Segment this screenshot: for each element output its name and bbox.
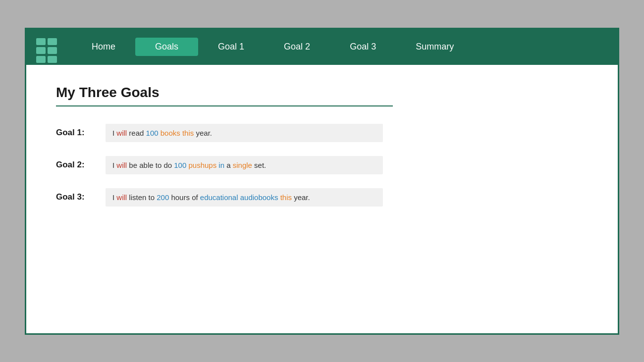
goal2-word-will: will	[116, 161, 129, 169]
main-content: My Three Goals Goal 1: I will read 100 b…	[26, 65, 618, 333]
goal3-word-hours: hours	[171, 193, 192, 202]
goal-1-label: Goal 1:	[56, 128, 106, 138]
goal-3-row: Goal 3: I will listen to 200 hours of ed…	[56, 188, 588, 207]
logo-cell-2	[48, 38, 57, 45]
goal3-word-listen: listen to	[129, 193, 157, 202]
logo-cell-5	[36, 56, 46, 63]
goal-2-row: Goal 2: I will be able to do 100 pushups…	[56, 156, 588, 174]
goal3-word-year: year.	[294, 193, 310, 202]
title-divider	[56, 105, 393, 106]
goal3-word-of: of	[192, 193, 200, 202]
goal-3-display[interactable]: I will listen to 200 hours of educationa…	[106, 188, 383, 207]
app-container: Home Goals Goal 1 Goal 2 Goal 3 Summary …	[25, 28, 619, 335]
goal2-word-100: 100	[174, 161, 188, 169]
goal-3-label: Goal 3:	[56, 192, 106, 202]
goal2-word-set: set.	[254, 161, 266, 169]
goal2-word-in: in	[218, 161, 226, 169]
page-title: My Three Goals	[56, 85, 588, 101]
goal-1-row: Goal 1: I will read 100 books this year.	[56, 124, 588, 142]
goal1-word-books: books	[161, 129, 182, 137]
goal2-word-single: single	[233, 161, 254, 169]
goal1-word-read: read	[129, 129, 146, 137]
navbar: Home Goals Goal 1 Goal 2 Goal 3 Summary	[26, 29, 618, 65]
logo-cell-6	[48, 56, 57, 63]
goal3-word-audiobooks: audiobooks	[240, 193, 280, 202]
goal-1-display[interactable]: I will read 100 books this year.	[106, 124, 383, 142]
logo-cell-3	[36, 47, 46, 54]
goal3-word-educational: educational	[200, 193, 240, 202]
nav-goal1[interactable]: Goal 1	[198, 38, 264, 56]
logo-cell-1	[36, 38, 46, 45]
goal1-word-year: year.	[196, 129, 212, 137]
nav-goal2[interactable]: Goal 2	[264, 38, 330, 56]
goal-2-label: Goal 2:	[56, 160, 106, 170]
goal1-word-will: will	[116, 129, 129, 137]
nav-goals[interactable]: Goals	[135, 38, 198, 56]
goal3-word-200: 200	[157, 193, 171, 202]
nav-goal3[interactable]: Goal 3	[330, 38, 396, 56]
goal3-word-this: this	[280, 193, 294, 202]
goal1-word-this: this	[182, 129, 196, 137]
nav-home[interactable]: Home	[72, 38, 135, 56]
goal2-word-be: be able to do	[129, 161, 174, 169]
nav-summary[interactable]: Summary	[396, 38, 474, 56]
goal1-word-100: 100	[146, 129, 161, 137]
logo-cell-4	[48, 47, 57, 54]
goal2-word-a: a	[226, 161, 233, 169]
goal-2-display[interactable]: I will be able to do 100 pushups in a si…	[106, 156, 383, 174]
app-logo	[36, 38, 57, 56]
goal2-word-pushups: pushups	[188, 161, 218, 169]
goal3-word-will: will	[116, 193, 129, 202]
nav-items: Home Goals Goal 1 Goal 2 Goal 3 Summary	[72, 38, 608, 56]
goals-list: Goal 1: I will read 100 books this year.…	[56, 124, 588, 220]
